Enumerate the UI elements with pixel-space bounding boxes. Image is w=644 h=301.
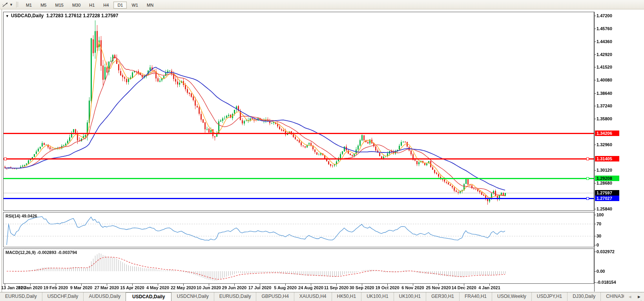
mt4-window: ▼ M1M5M15M30H1H4D1W1MN ▼USDCAD,Daily 1.2…: [0, 0, 644, 301]
price-tick-label: 1.30120: [597, 168, 612, 173]
tab-scroll-left-icon[interactable]: ◄: [628, 294, 632, 299]
date-tick-label: 4 May 2020: [146, 285, 169, 290]
symbol-tab-audusd-daily[interactable]: AUDUSD,Daily: [83, 292, 126, 301]
symbol-tab-usdcnh-daily[interactable]: USDCNH,Daily: [171, 292, 213, 301]
symbol-tabbar: EURUSD,DailyUSDCHF,DailyAUDUSD,DailyUSDC…: [0, 292, 644, 301]
date-tick-label: 17 Jul 2020: [248, 285, 272, 290]
tab-scroll-right-icon[interactable]: ►: [637, 294, 641, 299]
date-tick-label: 14 Dec 2020: [452, 285, 476, 290]
symbol-tab-eurusd-daily[interactable]: EURUSD,Daily: [0, 292, 42, 301]
price-line-badge: 1.34206: [595, 131, 619, 136]
date-tick-label: 31 Jan 2020: [18, 285, 42, 290]
symbol-tab-eurusd-daily[interactable]: EURUSD,Daily: [214, 292, 256, 301]
price-line-badge: 1.29208: [595, 176, 619, 181]
date-tick-label: 27 Mar 2020: [95, 285, 119, 290]
price-tick-label: 1.45760: [597, 26, 612, 31]
chart-ohlc: 1.27283 1.27612 1.27228 1.27597: [46, 13, 119, 18]
symbol-tab-dj30-daily[interactable]: DJ30,Daily: [567, 292, 600, 301]
date-tick-label: 30 Sep 2020: [350, 285, 374, 290]
symbol-tab-xauusd-h4[interactable]: XAUUSD,H4: [294, 292, 332, 301]
date-tick-label: 9 Mar 2020: [70, 285, 92, 290]
rsi-label: RSI(14) 49.0426: [5, 214, 37, 218]
price-tick-label: 1.40080: [597, 78, 612, 83]
symbol-tab-uk100-h1[interactable]: UK100,H1: [361, 292, 393, 301]
symbol-tab-ger30-h1[interactable]: GER30,H1: [426, 292, 459, 301]
symbol-tab-gbpusd-h4[interactable]: GBPUSD,H4: [256, 292, 294, 301]
symbol-tab-fra40-h1[interactable]: FRA40,H1: [459, 292, 492, 301]
date-tick-label: 4 Jan 2021: [478, 285, 500, 290]
macd-tick-label: 0.032972: [597, 249, 615, 254]
macd-tick-label: -0.018154: [597, 280, 616, 285]
macd-tick-label: 0.00: [597, 269, 605, 274]
date-tick-label: 29 Jun 2020: [222, 285, 246, 290]
price-tick-label: 1.47200: [597, 13, 612, 18]
symbol-tab-uk100-h1[interactable]: UK100,H1: [394, 292, 426, 301]
date-tick-label: 15 Apr 2020: [120, 285, 144, 290]
price-line-badge: 1.27027: [595, 196, 619, 201]
price-tick-label: 1.37240: [597, 103, 612, 109]
symbol-tab-usoil-weekly[interactable]: USOil,Weekly: [492, 292, 531, 301]
date-tick-label: 11 Sep 2020: [324, 285, 348, 290]
price-chart-canvas[interactable]: [0, 0, 644, 301]
date-tick-label: 10 Jun 2020: [197, 285, 221, 290]
date-tick-label: 6 Nov 2020: [401, 285, 424, 290]
chart-symbol: USDCAD,Daily: [11, 13, 44, 18]
date-tick-label: 5 Aug 2020: [274, 285, 297, 290]
price-line-badge: 1.27597: [595, 190, 619, 196]
chart-dropdown-icon[interactable]: ▼: [5, 14, 9, 18]
rsi-tick-label: 100: [597, 212, 604, 218]
price-tick-label: 1.42920: [597, 52, 612, 57]
tab-scroll-arrows: ◄ ►: [624, 293, 643, 300]
symbol-tab-usdjpy-h1[interactable]: USDJPY,H1: [531, 292, 567, 301]
price-line-badge: 1.31405: [595, 156, 619, 161]
price-tick-label: 1.25840: [597, 207, 612, 212]
date-tick-label: 25 Nov 2020: [426, 285, 451, 290]
price-tick-label: 1.28680: [597, 181, 612, 186]
price-tick-label: 1.32960: [597, 142, 612, 147]
date-tick-label: 24 Aug 2020: [298, 285, 323, 290]
rsi-tick-label: 70: [597, 221, 601, 227]
price-tick-label: 1.41520: [597, 65, 612, 70]
date-tick-label: 19 Feb 2020: [44, 285, 68, 290]
symbol-tab-usdcad-daily[interactable]: USDCAD,Daily: [126, 292, 171, 301]
symbol-tab-usdchf-daily[interactable]: USDCHF,Daily: [42, 292, 84, 301]
date-tick-label: 22 May 2020: [171, 285, 196, 290]
price-tick-label: 1.44360: [597, 39, 612, 44]
chart-title: ▼USDCAD,Daily 1.27283 1.27612 1.27228 1.…: [5, 13, 118, 18]
price-tick-label: 1.35800: [597, 116, 612, 121]
macd-label: MACD(12,26,9) -0.002893 -0.003794: [5, 250, 77, 255]
rsi-tick-label: 30: [597, 234, 601, 239]
price-tick-label: 1.38640: [597, 91, 612, 96]
symbol-tab-hk50-h1[interactable]: HK50,H1: [332, 292, 361, 301]
rsi-tick-label: 0: [597, 243, 599, 248]
date-tick-label: 19 Oct 2020: [375, 285, 399, 290]
